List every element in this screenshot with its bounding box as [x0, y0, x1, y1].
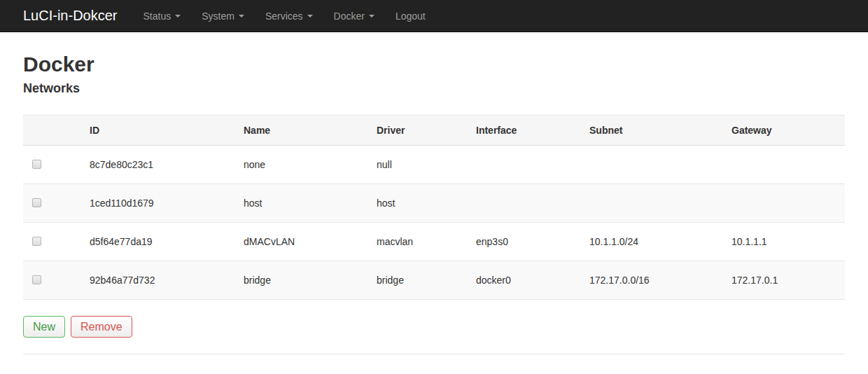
page-title: Docker — [23, 53, 845, 76]
cell-interface — [470, 183, 584, 222]
nav-item-services[interactable]: Services — [255, 0, 323, 32]
row-select-checkbox[interactable] — [32, 237, 41, 246]
remove-button[interactable]: Remove — [71, 316, 132, 338]
cell-subnet: 172.17.0.0/16 — [584, 261, 726, 299]
nav-item-docker[interactable]: Docker — [323, 0, 385, 32]
cell-id: d5f64e77da19 — [84, 222, 238, 261]
nav-item-status[interactable]: Status — [132, 0, 191, 32]
nav-item-label: Status — [143, 11, 171, 22]
chevron-down-icon — [307, 15, 313, 18]
column-header-interface: Interface — [470, 115, 584, 145]
cell-gateway — [726, 145, 845, 183]
nav-item-logout[interactable]: Logout — [385, 0, 436, 32]
cell-interface: enp3s0 — [470, 222, 584, 261]
main-content: Docker Networks ID Name Driver Interface… — [0, 53, 868, 354]
cell-gateway — [726, 183, 845, 222]
cell-subnet — [584, 145, 726, 183]
cell-id: 1ced110d1679 — [84, 183, 238, 222]
networks-table: ID Name Driver Interface Subnet Gateway … — [23, 115, 845, 300]
cell-interface: docker0 — [470, 261, 584, 299]
row-select-checkbox[interactable] — [32, 160, 41, 169]
table-row: 8c7de80c23c1 none null — [23, 145, 845, 183]
cell-name: host — [238, 183, 371, 222]
navbar-menu: Status System Services Docker Logout — [132, 0, 435, 32]
row-select-checkbox[interactable] — [32, 275, 41, 284]
cell-id: 92b46a77d732 — [84, 261, 238, 299]
nav-item-label: Docker — [334, 11, 365, 22]
top-navbar: LuCI-in-Dokcer Status System Services Do… — [0, 0, 868, 32]
table-header-row: ID Name Driver Interface Subnet Gateway — [23, 115, 845, 145]
cell-name: bridge — [238, 261, 371, 299]
column-header-subnet: Subnet — [584, 115, 726, 145]
nav-item-label: System — [202, 11, 234, 22]
brand-title[interactable]: LuCI-in-Dokcer — [23, 0, 117, 32]
new-button[interactable]: New — [23, 316, 65, 338]
cell-gateway: 10.1.1.1 — [726, 222, 845, 261]
column-header-driver: Driver — [371, 115, 470, 145]
nav-item-system[interactable]: System — [191, 0, 255, 32]
table-row: 92b46a77d732 bridge bridge docker0 172.1… — [23, 261, 845, 299]
column-header-select — [23, 115, 84, 145]
table-row: d5f64e77da19 dMACvLAN macvlan enp3s0 10.… — [23, 222, 845, 261]
cell-name: dMACvLAN — [238, 222, 371, 261]
column-header-id: ID — [84, 115, 238, 145]
cell-driver: bridge — [371, 261, 470, 299]
column-header-gateway: Gateway — [726, 115, 845, 145]
section-title: Networks — [23, 82, 845, 96]
chevron-down-icon — [175, 15, 181, 18]
footer-divider — [23, 354, 845, 354]
cell-subnet: 10.1.1.0/24 — [584, 222, 726, 261]
table-row: 1ced110d1679 host host — [23, 183, 845, 222]
nav-item-label: Services — [265, 11, 303, 22]
chevron-down-icon — [369, 15, 374, 18]
table-actions: New Remove — [23, 316, 845, 338]
cell-driver: macvlan — [371, 222, 470, 261]
cell-interface — [470, 145, 584, 183]
cell-driver: host — [371, 183, 470, 222]
row-select-checkbox[interactable] — [32, 198, 41, 207]
chevron-down-icon — [239, 15, 244, 18]
cell-gateway: 172.17.0.1 — [726, 261, 845, 299]
networks-table-body: 8c7de80c23c1 none null 1ced110d1679 host… — [23, 145, 845, 299]
cell-id: 8c7de80c23c1 — [84, 145, 238, 183]
cell-subnet — [584, 183, 726, 222]
column-header-name: Name — [238, 115, 371, 145]
nav-item-label: Logout — [396, 11, 426, 22]
cell-driver: null — [371, 145, 470, 183]
cell-name: none — [238, 145, 371, 183]
